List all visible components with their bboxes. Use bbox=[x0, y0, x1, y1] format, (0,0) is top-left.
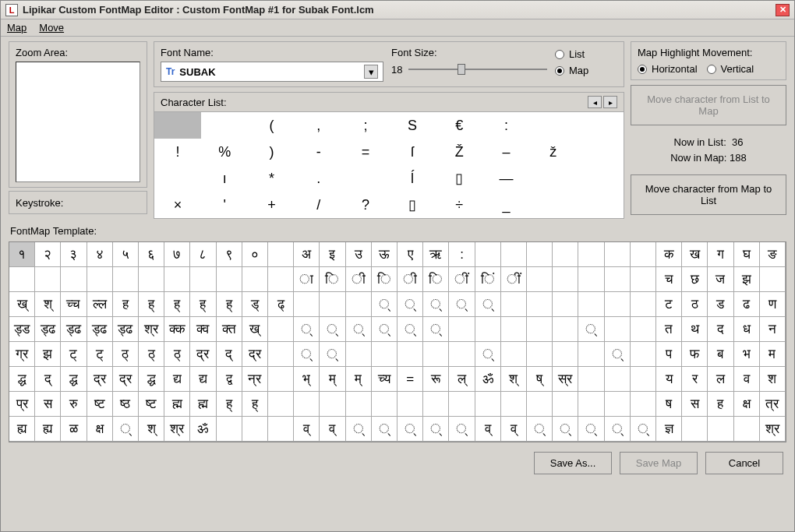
template-cell[interactable] bbox=[734, 417, 760, 442]
template-cell[interactable]: छ bbox=[682, 267, 708, 292]
template-cell[interactable]: ३ bbox=[61, 242, 87, 267]
template-cell[interactable]: ा bbox=[294, 267, 320, 292]
template-cell[interactable]: ह्म bbox=[164, 392, 190, 417]
template-cell[interactable]: ष bbox=[656, 392, 682, 417]
template-cell[interactable] bbox=[553, 392, 578, 417]
template-cell[interactable]: ष्ट bbox=[87, 392, 113, 417]
template-cell[interactable]: ढ bbox=[734, 292, 760, 317]
template-cell[interactable]: व् bbox=[294, 417, 320, 442]
template-cell[interactable]: क्व bbox=[190, 317, 216, 342]
template-cell[interactable] bbox=[268, 317, 294, 342]
charlist-cell[interactable] bbox=[577, 112, 624, 139]
template-cell[interactable]: ् bbox=[553, 417, 578, 442]
template-cell[interactable]: द्र bbox=[113, 367, 139, 392]
template-cell[interactable]: ड्ढ bbox=[35, 317, 61, 342]
template-cell[interactable] bbox=[553, 342, 578, 367]
template-cell[interactable]: ् bbox=[294, 317, 320, 342]
template-cell[interactable] bbox=[346, 292, 372, 317]
template-cell[interactable]: ह् bbox=[242, 392, 268, 417]
template-cell[interactable] bbox=[578, 342, 604, 367]
template-cell[interactable]: अ bbox=[294, 242, 320, 267]
template-cell[interactable]: श् bbox=[501, 367, 527, 392]
template-cell[interactable]: ० bbox=[242, 242, 268, 267]
template-cell[interactable]: ड्ड bbox=[9, 317, 35, 342]
template-cell[interactable]: ऊ bbox=[372, 242, 398, 267]
template-cell[interactable]: रू bbox=[423, 367, 449, 392]
template-cell[interactable]: ण bbox=[760, 292, 786, 317]
template-cell[interactable]: ् bbox=[423, 292, 449, 317]
template-cell[interactable] bbox=[190, 267, 216, 292]
template-cell[interactable] bbox=[553, 292, 578, 317]
template-cell[interactable] bbox=[605, 367, 631, 392]
template-cell[interactable]: ख् bbox=[242, 317, 268, 342]
template-cell[interactable]: इ bbox=[320, 242, 345, 267]
charlist-cell[interactable] bbox=[530, 192, 577, 218]
template-cell[interactable] bbox=[578, 367, 604, 392]
charlist-cell[interactable]: = bbox=[342, 139, 389, 165]
charlist-next-button[interactable]: ▸ bbox=[603, 96, 617, 108]
template-cell[interactable]: क्ष bbox=[734, 392, 760, 417]
template-cell[interactable]: श्र bbox=[164, 417, 190, 442]
template-cell[interactable]: ् bbox=[346, 317, 372, 342]
template-cell[interactable]: ध bbox=[734, 317, 760, 342]
template-cell[interactable]: थ bbox=[682, 317, 708, 342]
radio-vertical[interactable]: Vertical bbox=[707, 63, 754, 75]
template-cell[interactable] bbox=[449, 317, 475, 342]
template-cell[interactable]: त bbox=[656, 317, 682, 342]
template-cell[interactable]: ् bbox=[605, 342, 631, 367]
template-cell[interactable]: ठ् bbox=[139, 342, 164, 367]
radio-list[interactable]: List bbox=[555, 48, 617, 60]
template-cell[interactable] bbox=[527, 342, 553, 367]
template-cell[interactable]: ् bbox=[372, 317, 398, 342]
charlist-cell[interactable] bbox=[530, 165, 577, 192]
charlist-cell[interactable]: ; bbox=[342, 112, 389, 139]
save-as-button[interactable]: Save As... bbox=[534, 452, 612, 474]
radio-horizontal[interactable]: Horizontal bbox=[638, 63, 698, 75]
charlist-cell[interactable]: : bbox=[482, 112, 529, 139]
template-cell[interactable]: द्ध bbox=[139, 367, 164, 392]
charlist-cell[interactable] bbox=[342, 165, 389, 192]
template-cell[interactable]: स bbox=[682, 392, 708, 417]
charlist-cell[interactable]: ž bbox=[530, 139, 577, 165]
template-cell[interactable]: ड bbox=[708, 292, 733, 317]
template-cell[interactable]: ् bbox=[398, 317, 423, 342]
template-cell[interactable]: ह् bbox=[164, 292, 190, 317]
template-cell[interactable]: ८ bbox=[190, 242, 216, 267]
charlist-cell[interactable] bbox=[530, 112, 577, 139]
charlist-cell[interactable] bbox=[154, 112, 201, 139]
charlist-cell[interactable]: ( bbox=[248, 112, 295, 139]
template-cell[interactable]: ् bbox=[320, 317, 345, 342]
template-cell[interactable]: ् bbox=[372, 292, 398, 317]
template-cell[interactable] bbox=[578, 267, 604, 292]
template-cell[interactable]: ीं bbox=[501, 267, 527, 292]
template-cell[interactable]: भ bbox=[734, 342, 760, 367]
charlist-cell[interactable]: , bbox=[295, 112, 342, 139]
font-select[interactable]: Tr SUBAK ▾ bbox=[161, 62, 383, 82]
template-cell[interactable]: च्च bbox=[61, 292, 87, 317]
template-cell[interactable]: श् bbox=[139, 417, 164, 442]
charlist-cell[interactable]: ▯ bbox=[436, 165, 482, 192]
template-cell[interactable] bbox=[398, 392, 423, 417]
template-cell[interactable]: ष् bbox=[527, 367, 553, 392]
charlist-cell[interactable]: ĺ bbox=[389, 165, 436, 192]
template-cell[interactable]: २ bbox=[35, 242, 61, 267]
template-cell[interactable] bbox=[268, 267, 294, 292]
template-cell[interactable] bbox=[372, 392, 398, 417]
template-cell[interactable]: ् bbox=[605, 417, 631, 442]
template-cell[interactable]: ह् bbox=[217, 292, 242, 317]
template-cell[interactable] bbox=[553, 242, 578, 267]
template-cell[interactable]: ज bbox=[708, 267, 733, 292]
template-cell[interactable]: घ bbox=[734, 242, 760, 267]
template-cell[interactable]: ् bbox=[320, 342, 345, 367]
template-cell[interactable]: त्र bbox=[760, 392, 786, 417]
template-cell[interactable] bbox=[527, 392, 553, 417]
template-cell[interactable]: ् bbox=[398, 417, 423, 442]
save-map-button[interactable]: Save Map bbox=[620, 452, 698, 474]
template-cell[interactable]: ह् bbox=[139, 292, 164, 317]
template-cell[interactable]: द्ध bbox=[61, 367, 87, 392]
template-cell[interactable]: व् bbox=[475, 417, 501, 442]
template-cell[interactable] bbox=[631, 267, 656, 292]
template-cell[interactable]: म् bbox=[346, 367, 372, 392]
template-cell[interactable] bbox=[217, 267, 242, 292]
template-cell[interactable] bbox=[501, 317, 527, 342]
